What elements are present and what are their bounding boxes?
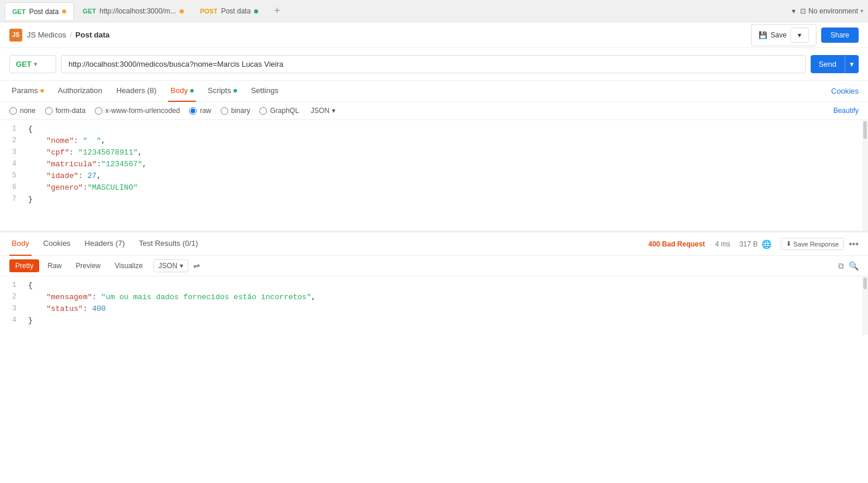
tab-post-post-data[interactable]: POST Post data <box>193 2 266 20</box>
tab-label-1: Post data <box>29 8 59 16</box>
tab-method-get-2: GET <box>83 8 96 15</box>
tab-authorization[interactable]: Authorization <box>56 81 105 102</box>
response-header: Body Cookies Headers (7) Test Results (0… <box>0 232 868 256</box>
cookies-link[interactable]: Cookies <box>831 87 859 95</box>
save-icon: 💾 <box>759 31 767 39</box>
resp-json-select[interactable]: JSON ▾ <box>153 259 188 272</box>
globe-icon: 🌐 <box>761 239 771 249</box>
tab-bar-right: ▾ ⊡ No environment ▾ <box>792 7 863 15</box>
resp-tab-headers[interactable]: Headers (7) <box>83 232 128 256</box>
tab-settings[interactable]: Settings <box>249 81 281 102</box>
header-actions: 💾 Save ▾ Share <box>751 24 859 46</box>
response-section: Body Cookies Headers (7) Test Results (0… <box>0 231 868 335</box>
search-icon[interactable]: 🔍 <box>849 261 859 270</box>
save-icon-resp: ⬇ <box>786 240 791 248</box>
resp-scrollbar-track <box>862 276 868 335</box>
method-chevron-icon: ▾ <box>34 61 37 67</box>
response-size: 317 B <box>739 240 757 248</box>
share-button[interactable]: Share <box>821 28 859 43</box>
save-button[interactable]: 💾 Save ▾ <box>751 24 816 46</box>
beautify-button[interactable]: Beautify <box>833 107 859 115</box>
resp-view-preview[interactable]: Preview <box>70 259 107 272</box>
code-line-5: 5 "idade": 27, <box>0 172 868 183</box>
code-line-2: 2 "nome": " ", <box>0 136 868 148</box>
filter-icon[interactable]: ⇌ <box>193 261 200 270</box>
tab-label-3: Post data <box>221 7 251 15</box>
method-select[interactable]: GET ▾ <box>9 55 56 73</box>
resp-right-icons: ⧉ 🔍 <box>838 261 859 271</box>
code-line-3: 3 "cpf": "12345678911", <box>0 148 868 160</box>
status-badge: 400 Bad Request <box>649 240 705 248</box>
tab-method-get: GET <box>12 8 26 15</box>
resp-tab-body[interactable]: Body <box>9 232 32 256</box>
send-button[interactable]: Send <box>811 55 845 73</box>
radio-x-www-form-urlencoded[interactable]: x-www-form-urlencoded <box>95 107 180 115</box>
tab-headers[interactable]: Headers (8) <box>114 81 159 102</box>
tab-dot-1 <box>62 9 66 13</box>
resp-scrollbar-thumb <box>863 278 867 289</box>
response-time: 4 ms <box>715 240 730 248</box>
code-line-6: 6 "genero":"MASCULINO" <box>0 183 868 195</box>
radio-form-data[interactable]: form-data <box>45 107 85 115</box>
resp-code-line-3: 3 "status": 400 <box>0 304 868 316</box>
tab-dot-2 <box>180 9 184 13</box>
scrollbar-thumb <box>863 121 867 139</box>
more-options-button[interactable]: ••• <box>849 239 859 249</box>
params-dot <box>40 89 44 93</box>
resp-code-line-4: 4 } <box>0 316 868 328</box>
response-view-tabs: Pretty Raw Preview Visualize JSON ▾ ⇌ ⧉ … <box>0 256 868 276</box>
radio-graphql[interactable]: GraphQL <box>259 107 299 115</box>
breadcrumb: JS Medicos / Post data <box>27 30 109 39</box>
url-bar: GET ▾ Send ▾ <box>0 48 868 81</box>
resp-tab-cookies[interactable]: Cookies <box>41 232 73 256</box>
resp-view-visualize[interactable]: Visualize <box>109 259 149 272</box>
new-tab-button[interactable]: + <box>269 5 285 17</box>
tab-get-post-data[interactable]: GET Post data <box>5 2 74 20</box>
code-line-7: 7 } <box>0 195 868 207</box>
tab-body[interactable]: Body <box>168 81 196 102</box>
copy-icon[interactable]: ⧉ <box>838 261 844 271</box>
code-line-4: 4 "matricula":"1234567", <box>0 160 868 172</box>
resp-code-line-1: 1 { <box>0 281 868 293</box>
save-chevron-icon: ▾ <box>790 28 809 43</box>
send-dropdown-button[interactable]: ▾ <box>845 55 859 73</box>
request-name: Post data <box>76 30 110 39</box>
body-dot <box>190 89 194 93</box>
save-response-button[interactable]: ⬇ Save Response <box>781 238 845 250</box>
resp-view-pretty[interactable]: Pretty <box>9 259 39 272</box>
code-line-1: 1 { <box>0 125 868 136</box>
tab-method-post: POST <box>200 8 218 15</box>
response-actions: ⬇ Save Response ••• <box>781 238 859 250</box>
collection-name: JS Medicos <box>27 30 66 39</box>
url-input[interactable] <box>61 55 806 73</box>
tab-label-2: http://localhost:3000/m... <box>100 7 176 15</box>
tab-scripts[interactable]: Scripts <box>205 81 239 102</box>
collection-icon: JS <box>9 29 22 42</box>
resp-tab-test-results[interactable]: Test Results (0/1) <box>136 232 200 256</box>
tab-bar: GET Post data GET http://localhost:3000/… <box>0 0 868 22</box>
request-body-editor[interactable]: 1 { 2 "nome": " ", 3 "cpf": "12345678911… <box>0 120 868 231</box>
radio-raw[interactable]: raw <box>189 107 211 115</box>
header-bar: JS JS Medicos / Post data 💾 Save ▾ Share <box>0 22 868 48</box>
send-button-group: Send ▾ <box>811 55 859 73</box>
response-body-editor[interactable]: 1 { 2 "mensagem": "um ou mais dados forn… <box>0 276 868 335</box>
resp-code-line-2: 2 "mensagem": "um ou mais dados fornecid… <box>0 293 868 304</box>
chevron-left-icon[interactable]: ▾ <box>792 7 795 15</box>
radio-binary[interactable]: binary <box>221 107 251 115</box>
scripts-dot <box>234 89 237 93</box>
breadcrumb-sep: / <box>70 30 72 39</box>
radio-none[interactable]: none <box>9 107 36 115</box>
response-meta: · 4 ms · 317 B 🌐 <box>709 239 771 249</box>
collection-icon-text: JS <box>12 32 19 38</box>
tab-get-localhost[interactable]: GET http://localhost:3000/m... <box>75 2 191 20</box>
request-tabs: Params Authorization Headers (8) Body Sc… <box>0 81 868 102</box>
tab-dot-3 <box>254 9 258 13</box>
json-format-select[interactable]: JSON ▾ <box>311 107 335 115</box>
tab-params[interactable]: Params <box>9 81 46 102</box>
body-options: none form-data x-www-form-urlencoded raw… <box>0 102 868 120</box>
resp-view-raw[interactable]: Raw <box>42 259 67 272</box>
scrollbar-track <box>862 120 868 231</box>
method-label: GET <box>16 60 32 68</box>
no-environment-label[interactable]: ⊡ No environment ▾ <box>800 7 863 15</box>
